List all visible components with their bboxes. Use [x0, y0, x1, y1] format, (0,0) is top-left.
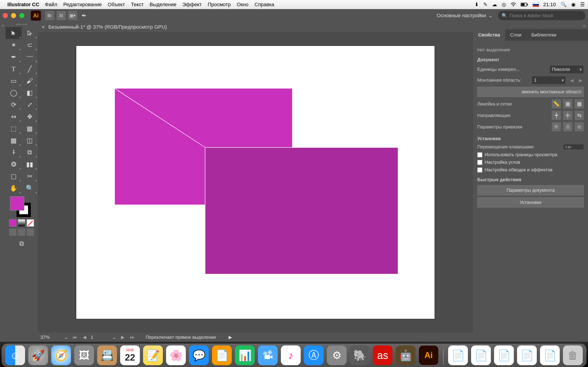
siri-icon[interactable]: ◉: [571, 2, 576, 8]
snap-pixel-icon[interactable]: ⎙: [563, 122, 572, 131]
type-tool[interactable]: T: [6, 63, 22, 75]
next-artboard-icon[interactable]: ▶: [578, 77, 584, 83]
settings-button[interactable]: Установки: [477, 197, 584, 208]
dock-notes[interactable]: 📝: [143, 345, 163, 365]
stock-button[interactable]: St: [57, 11, 66, 20]
edit-artboards-button[interactable]: зменить монтажные області: [477, 87, 584, 97]
dock-document-2[interactable]: 📄: [471, 345, 491, 365]
tab-layers[interactable]: Слои: [505, 29, 527, 41]
app-name[interactable]: Illustrator CC: [7, 2, 39, 8]
scale-tool[interactable]: ⤢: [22, 99, 38, 110]
rotate-tool[interactable]: ⟳: [6, 99, 22, 110]
artboard[interactable]: [76, 46, 435, 319]
workspace-switcher[interactable]: Основные настройки ⌄: [437, 13, 493, 19]
minimize-window-button[interactable]: [11, 13, 16, 18]
gradient-tool[interactable]: ◫: [22, 134, 38, 146]
artboard-number[interactable]: 1: [91, 335, 109, 340]
fill-stroke-swatch[interactable]: [10, 196, 33, 217]
document-tab-title[interactable]: Безымянный-1* @ 37% (RGB/Предпросмотр GP…: [48, 24, 167, 30]
curvature-tool[interactable]: 〰: [22, 51, 38, 63]
notification-center-icon[interactable]: ☰: [580, 2, 585, 8]
dock-illustrator[interactable]: Ai: [419, 345, 439, 365]
line-tool[interactable]: ╱: [22, 63, 38, 75]
rectangle-tool[interactable]: ▭: [6, 75, 22, 87]
dock-itunes[interactable]: ♪: [281, 345, 301, 365]
draw-normal-button[interactable]: [9, 228, 17, 236]
gpu-preview-button[interactable]: ✒: [79, 11, 89, 20]
perspective-tool[interactable]: ▦: [22, 123, 38, 134]
grid-icon[interactable]: ▦: [563, 99, 572, 108]
dock-messages[interactable]: 💬: [189, 345, 209, 365]
first-artboard-button[interactable]: ⏮: [71, 335, 78, 340]
dock-finder[interactable]: ☺: [5, 345, 25, 365]
slice-tool[interactable]: ✂: [22, 170, 38, 182]
menubar-clock[interactable]: 21:10: [543, 2, 556, 8]
none-mode-button[interactable]: [27, 219, 34, 227]
units-dropdown[interactable]: Пиксели: [549, 65, 584, 74]
width-tool[interactable]: ⇔: [6, 110, 22, 123]
dock-document-3[interactable]: 📄: [494, 345, 514, 365]
zoom-level[interactable]: 37%: [40, 335, 61, 340]
gradient-mode-button[interactable]: [18, 219, 25, 227]
prev-artboard-icon[interactable]: ◀: [569, 77, 575, 83]
guides-toggle-icon[interactable]: ┿: [552, 111, 561, 120]
blend-tool[interactable]: ⧉: [22, 146, 38, 158]
dock-preview[interactable]: 🖼: [74, 345, 94, 365]
menu-window[interactable]: Окно: [237, 2, 249, 8]
arrange-documents-button[interactable]: ▦▾: [68, 11, 77, 20]
dock-document-4[interactable]: 📄: [517, 345, 537, 365]
shaper-tool[interactable]: ◯: [6, 87, 22, 99]
panel-collapse-strip[interactable]: ‹‹: [0, 22, 6, 342]
dock-appstore[interactable]: Ⓐ: [304, 345, 324, 365]
fullscreen-window-button[interactable]: [19, 13, 24, 18]
hand-tool[interactable]: ✋: [6, 182, 22, 194]
language-flag-icon[interactable]: [533, 2, 539, 7]
dock-calendar[interactable]: ЯНВ22: [120, 345, 140, 365]
snap-point-icon[interactable]: ⎘: [552, 122, 561, 131]
screen-mode-button[interactable]: ⧉: [19, 239, 24, 248]
menu-object[interactable]: Объект: [108, 2, 125, 8]
dock-automator[interactable]: 🤖: [396, 345, 415, 365]
battery-icon[interactable]: [521, 3, 528, 6]
dropbox-icon[interactable]: ⬇: [475, 2, 479, 8]
eyedropper-tool[interactable]: ⤉: [6, 146, 22, 158]
dock-numbers[interactable]: 📊: [235, 345, 255, 365]
bridge-button[interactable]: Br: [45, 11, 54, 20]
menu-help[interactable]: Справка: [254, 2, 274, 8]
tab-libraries[interactable]: Библиотеки: [527, 29, 561, 41]
prev-artboard-button[interactable]: ◀: [81, 334, 87, 340]
close-window-button[interactable]: [3, 13, 8, 18]
snap-grid-icon[interactable]: ⎚: [575, 122, 584, 131]
free-transform-tool[interactable]: ✥: [22, 110, 38, 123]
dock-document-1[interactable]: 📄: [448, 345, 468, 365]
column-graph-tool[interactable]: ▮▮: [22, 158, 38, 170]
menu-edit[interactable]: Редактирование: [63, 2, 102, 8]
draw-behind-button[interactable]: [18, 228, 25, 236]
zoom-tool[interactable]: 🔍: [22, 182, 38, 194]
shape-builder-tool[interactable]: ⬚: [6, 123, 22, 134]
evernote-icon[interactable]: ✎: [483, 2, 487, 8]
paintbrush-tool[interactable]: 🖌: [22, 75, 38, 87]
selection-tool[interactable]: [6, 27, 22, 39]
cloud-icon[interactable]: ☁: [492, 2, 497, 8]
canvas[interactable]: [38, 32, 473, 333]
color-mode-button[interactable]: [9, 219, 17, 227]
direct-selection-tool[interactable]: [22, 27, 38, 39]
artboard-dropdown-icon[interactable]: ⌄: [112, 334, 116, 340]
creative-cloud-icon[interactable]: ◎: [502, 2, 506, 8]
next-artboard-button[interactable]: ▶: [120, 334, 126, 340]
scale-corners-checkbox[interactable]: [477, 160, 482, 165]
status-play-icon[interactable]: ▶: [229, 334, 232, 340]
nudge-input[interactable]: [563, 144, 584, 150]
menu-text[interactable]: Текст: [131, 2, 144, 8]
symbol-sprayer-tool[interactable]: ❂: [6, 158, 22, 170]
menu-select[interactable]: Выделение: [149, 2, 176, 8]
fill-swatch[interactable]: [10, 196, 24, 211]
tab-properties[interactable]: Свойства: [473, 29, 505, 41]
close-tab-icon[interactable]: ×: [42, 24, 45, 30]
rectangle-object-2[interactable]: [205, 147, 398, 274]
artboard-tool[interactable]: ▢: [6, 170, 22, 182]
dock-pages[interactable]: 📄: [212, 345, 232, 365]
menu-file[interactable]: Файл: [45, 2, 57, 8]
document-params-button[interactable]: Параметры документа: [477, 185, 584, 195]
